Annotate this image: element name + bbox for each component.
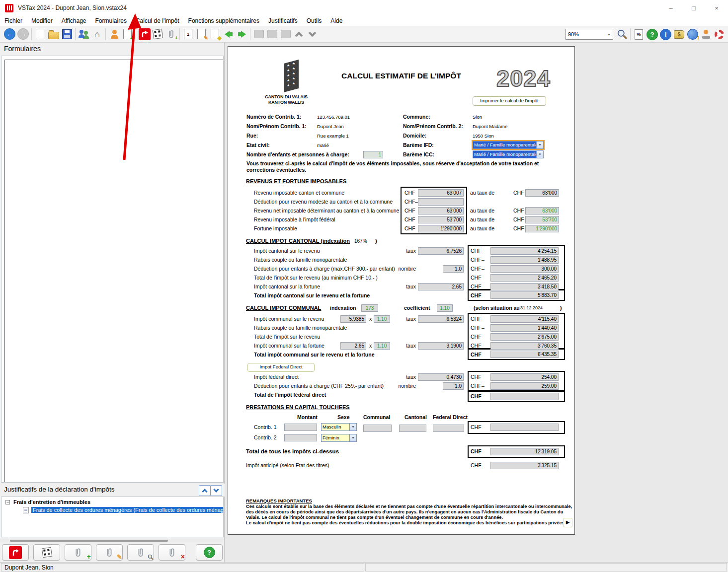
save-button[interactable] <box>60 27 74 41</box>
chevron-down-icon[interactable]: ▼ <box>536 142 543 148</box>
tree-item[interactable]: Frais de collecte des ordures ménagères … <box>1 506 223 514</box>
zoom-select[interactable]: 90% ▼ <box>566 29 613 40</box>
validate-document-button[interactable]: ✓ <box>121 27 134 41</box>
tree-item-label[interactable]: Frais de collecte des ordures ménagères … <box>31 507 224 513</box>
montant-contrib2-field[interactable] <box>284 434 317 441</box>
back-button[interactable]: ← <box>3 27 16 41</box>
next-page-button[interactable]: ▶ <box>563 518 572 527</box>
tree-item[interactable]: −Frais d'entretien d'immeubles <box>1 498 223 506</box>
menu-affichage[interactable]: Affichage <box>57 16 91 25</box>
tax-book-icon: $ <box>674 30 684 39</box>
attach-justificatif-button[interactable]: + <box>164 27 178 41</box>
add-justificatif-button[interactable]: + <box>65 544 91 561</box>
menu-outils[interactable]: Outils <box>302 16 326 25</box>
impot-federal-field: 254.00 <box>490 373 559 381</box>
info-button[interactable]: i <box>659 28 672 41</box>
next-form-button[interactable] <box>235 27 248 41</box>
minus-sign: – <box>482 256 485 264</box>
menu-modifier[interactable]: Modifier <box>27 16 57 25</box>
chf-label: CHF <box>471 292 482 299</box>
maximize-button[interactable]: □ <box>682 0 705 16</box>
menu-fonctions-supplementaires[interactable]: Fonctions supplémentaires <box>184 16 264 25</box>
print-calculation-button[interactable]: Imprimer le calcul de l'impôt <box>473 96 546 106</box>
chevron-down-icon[interactable]: ▼ <box>349 434 356 441</box>
page-percent-button[interactable]: % <box>632 28 646 41</box>
new-document-button[interactable] <box>33 27 47 41</box>
justificatifs-panel-title: Justificatifs de la déclaration d'impôts <box>4 486 114 493</box>
sexe-contrib2-select[interactable]: Féminin ▼ <box>321 434 357 442</box>
chf-label: CHF <box>404 198 415 206</box>
chevron-down-icon[interactable]: ▼ <box>536 151 543 158</box>
impot-federal-direct-button[interactable]: Impot Federal Direct <box>247 363 315 372</box>
revenu-net-field: 63'000 <box>418 207 464 214</box>
window-add-button[interactable] <box>252 27 265 41</box>
close-button[interactable]: × <box>705 0 728 16</box>
edit-justificatif-button[interactable]: ✎ <box>96 544 123 561</box>
home-button[interactable]: ⌂ <box>90 27 104 41</box>
menu-calcul-impot[interactable]: Calcul de l'impôt <box>131 16 184 25</box>
chevron-down-icon[interactable]: ▼ <box>605 33 613 36</box>
barcode-scanner-button[interactable] <box>151 27 164 41</box>
horizontal-scrollbar[interactable] <box>0 539 223 542</box>
justificatif-down-button[interactable] <box>210 485 222 496</box>
montant-contrib1-field[interactable] <box>284 424 317 431</box>
collapse-icon[interactable]: − <box>5 500 10 504</box>
row-label: Fortune imposable <box>254 225 297 232</box>
communal-heading: CALCUL IMPOT COMMUNAL <box>246 304 321 311</box>
move-down-button[interactable] <box>306 27 319 41</box>
menu-fichier[interactable]: Fichier <box>0 16 27 25</box>
au-taux-de-label: au taux de <box>470 225 494 232</box>
barcode-scanner-button[interactable] <box>33 544 60 561</box>
rue-label: Rue: <box>246 132 258 140</box>
taux-field: 63'000 <box>525 189 559 197</box>
justificatif-up-button[interactable] <box>199 485 211 496</box>
bareme-icc-label: Barème ICC: <box>403 151 434 158</box>
help-justificatif-button[interactable]: ? <box>196 544 223 561</box>
bareme-ifd-select[interactable]: Marié / Famille monoparentale ▼ <box>473 141 544 149</box>
vstax-button[interactable] <box>138 27 151 41</box>
window-copy-button[interactable] <box>265 27 279 41</box>
taux-label: taux <box>392 283 416 290</box>
zoom-button[interactable] <box>615 28 629 41</box>
bareme-icc-select[interactable]: Marié / Famille monoparentale ▼ <box>473 150 544 158</box>
open-file-button[interactable] <box>47 27 60 41</box>
menu-formulaires[interactable]: Formulaires <box>91 16 131 25</box>
vstax-justificatif-button[interactable] <box>2 544 29 561</box>
scrollbar-thumb[interactable] <box>10 540 168 542</box>
support-button[interactable] <box>713 28 726 41</box>
taxpayer-button[interactable] <box>107 27 121 41</box>
help-button[interactable]: ? <box>646 28 659 41</box>
menu-aide[interactable]: Aide <box>326 16 347 25</box>
chf-label: CHF <box>404 189 415 197</box>
minimize-button[interactable]: – <box>659 0 682 16</box>
notes-document-button[interactable]: ◆ <box>208 27 222 41</box>
edit-document-button[interactable]: ✎ <box>195 27 208 41</box>
sexe-contrib1-select[interactable]: Masculin ▼ <box>321 423 357 431</box>
move-up-button[interactable] <box>292 27 306 41</box>
pencil-icon: ✎ <box>204 35 208 41</box>
document-1-button[interactable]: 1 <box>181 27 195 41</box>
online-button[interactable]: ! <box>686 28 699 41</box>
window-button[interactable] <box>279 27 292 41</box>
col-cantonal: Cantonal <box>404 414 427 421</box>
view-justificatif-button[interactable] <box>127 544 154 561</box>
forward-button[interactable]: → <box>16 27 30 41</box>
green-left-arrow-icon <box>225 31 233 38</box>
enfants-field[interactable]: 1 <box>363 151 383 158</box>
contacts-icon <box>78 29 89 39</box>
document-1-icon: 1 <box>184 29 192 39</box>
chf-label: CHF <box>471 256 482 264</box>
tree-item[interactable]: +Observations particulières sur la décla… <box>1 264 223 272</box>
taxpayer-stamp-button[interactable] <box>699 28 713 41</box>
delete-justificatif-button[interactable]: × <box>159 544 185 561</box>
contacts-button[interactable] <box>77 27 90 41</box>
tax-book-button[interactable]: $ <box>672 28 686 41</box>
previous-form-button[interactable] <box>222 27 235 41</box>
row-label: Revenu imposable à l'impôt fédéral <box>254 216 335 223</box>
deduction-enfants-federal-field: 259.00 <box>490 382 559 390</box>
menu-justificatifs[interactable]: Justificatifs <box>264 16 302 25</box>
check-icon: ✓ <box>130 35 134 41</box>
tree-item-label[interactable]: Frais d'entretien d'immeubles <box>12 499 92 505</box>
chf-label: CHF <box>471 342 482 350</box>
chevron-down-icon[interactable]: ▼ <box>349 424 356 430</box>
